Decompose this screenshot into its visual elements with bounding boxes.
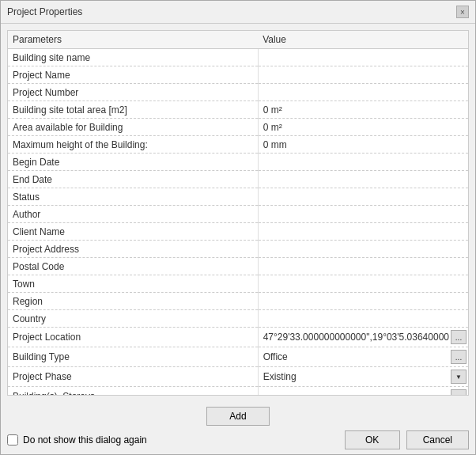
project-properties-dialog: Project Properties × Parameters Value Bu… [0, 0, 476, 455]
value-cell [258, 84, 468, 101]
param-cell: Area available for Building [8, 119, 258, 136]
param-cell: Author [8, 206, 258, 223]
table-row[interactable]: Building site name [8, 49, 468, 66]
value-cell[interactable]: Existing▼ [258, 367, 468, 387]
dialog-footer: Add Do not show this dialog again OK Can… [1, 402, 475, 454]
param-cell: Postal Code [8, 258, 258, 275]
table-row[interactable]: Project Location47°29'33.000000000000",1… [8, 328, 468, 347]
param-cell: End Date [8, 171, 258, 188]
footer-bottom: Do not show this dialog again OK Cancel [7, 430, 469, 449]
ok-button[interactable]: OK [345, 430, 400, 449]
param-cell: Building(s), Storeys [8, 387, 258, 396]
param-cell: Building Type [8, 347, 258, 367]
value-cell [258, 154, 468, 171]
param-cell: Country [8, 310, 258, 328]
table-row[interactable]: Building TypeOffice... [8, 347, 468, 367]
table-row[interactable]: Maximum height of the Building:0 mm [8, 136, 468, 154]
value-cell[interactable]: ... [258, 387, 468, 396]
dialog-title: Project Properties [7, 6, 82, 17]
dropdown-button[interactable]: ▼ [451, 370, 467, 384]
param-cell: Building site total area [m2] [8, 101, 258, 119]
cancel-button[interactable]: Cancel [406, 430, 469, 449]
add-row: Add [7, 407, 469, 426]
add-button[interactable]: Add [206, 407, 270, 426]
table-row[interactable]: Client Name [8, 223, 468, 241]
value-cell[interactable]: Office... [258, 347, 468, 367]
ellipsis-button[interactable]: ... [451, 389, 467, 396]
table-row[interactable]: Postal Code [8, 258, 468, 275]
properties-table: Parameters Value Building site nameProje… [8, 31, 468, 396]
table-row[interactable]: End Date [8, 171, 468, 188]
do-not-show-checkbox[interactable] [7, 434, 18, 446]
properties-table-container[interactable]: Parameters Value Building site nameProje… [7, 30, 469, 396]
title-bar: Project Properties × [1, 1, 475, 24]
value-cell [258, 49, 468, 66]
close-button[interactable]: × [456, 6, 469, 18]
param-cell: Maximum height of the Building: [8, 136, 258, 154]
table-row[interactable]: Project Number [8, 84, 468, 101]
value-cell [258, 66, 468, 84]
param-cell: Town [8, 275, 258, 293]
value-cell[interactable]: 47°29'33.000000000000",19°03'5.03640000.… [258, 328, 468, 347]
dialog-body: Parameters Value Building site nameProje… [1, 24, 475, 402]
param-cell: Status [8, 188, 258, 206]
param-cell: Project Address [8, 241, 258, 258]
param-cell: Client Name [8, 223, 258, 241]
table-row[interactable]: Town [8, 275, 468, 293]
value-cell [258, 171, 468, 188]
table-row[interactable]: Country [8, 310, 468, 328]
param-cell: Project Phase [8, 367, 258, 387]
table-row[interactable]: Project PhaseExisting▼ [8, 367, 468, 387]
checkbox-row: Do not show this dialog again [7, 434, 147, 446]
param-cell: Building site name [8, 49, 258, 66]
ellipsis-button[interactable]: ... [451, 330, 467, 344]
value-cell [258, 310, 468, 328]
table-row[interactable]: Building(s), Storeys... [8, 387, 468, 396]
value-cell [258, 188, 468, 206]
table-row[interactable]: Project Address [8, 241, 468, 258]
param-cell: Begin Date [8, 154, 258, 171]
value-cell [258, 258, 468, 275]
param-cell: Region [8, 293, 258, 310]
param-cell: Project Name [8, 66, 258, 84]
value-cell: 0 m² [258, 119, 468, 136]
value-cell: 0 m² [258, 101, 468, 119]
col-header-params: Parameters [8, 31, 258, 49]
table-row[interactable]: Building site total area [m2]0 m² [8, 101, 468, 119]
value-cell [258, 223, 468, 241]
table-row[interactable]: Region [8, 293, 468, 310]
value-cell [258, 293, 468, 310]
param-cell: Project Location [8, 328, 258, 347]
table-row[interactable]: Status [8, 188, 468, 206]
value-cell [258, 241, 468, 258]
col-header-value: Value [258, 31, 468, 49]
param-cell: Project Number [8, 84, 258, 101]
table-row[interactable]: Area available for Building0 m² [8, 119, 468, 136]
checkbox-label: Do not show this dialog again [23, 434, 147, 446]
table-row[interactable]: Author [8, 206, 468, 223]
value-cell [258, 275, 468, 293]
ellipsis-button[interactable]: ... [451, 350, 467, 364]
value-cell: 0 mm [258, 136, 468, 154]
value-cell [258, 206, 468, 223]
table-row[interactable]: Begin Date [8, 154, 468, 171]
table-row[interactable]: Project Name [8, 66, 468, 84]
